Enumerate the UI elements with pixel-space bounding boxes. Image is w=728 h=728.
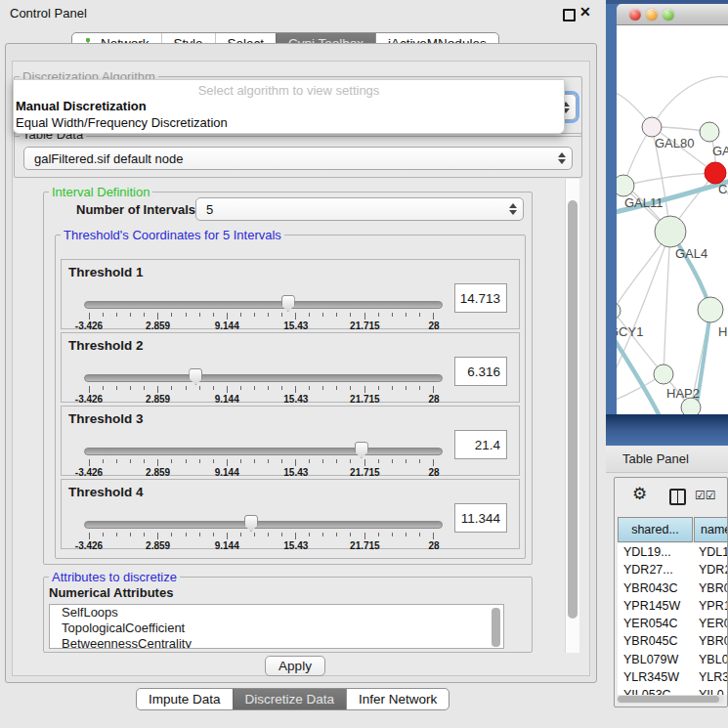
table-row[interactable]: YIL053CYIL0 (618, 686, 728, 695)
table-cell[interactable]: YBR0 (693, 581, 728, 595)
table-row[interactable]: YER054CYER0 (618, 615, 728, 632)
slider-thumb[interactable] (355, 442, 368, 458)
tab-impute-data[interactable]: Impute Data (137, 689, 233, 709)
slider-tick-label: 9.144 (215, 540, 239, 551)
slider-tick (227, 533, 228, 539)
table-row[interactable]: YLR345WYLR3 (618, 668, 728, 686)
slider-tick (336, 386, 337, 390)
table-row[interactable]: YBR043CYBR0 (618, 579, 728, 597)
slider-tick (419, 386, 420, 390)
table-cell[interactable]: YDL19... (618, 545, 693, 559)
table-data-combo[interactable]: galFiltered.sif default node (23, 147, 573, 170)
list-item[interactable]: SelfLoops (50, 605, 503, 621)
slider-thumb[interactable] (244, 515, 258, 532)
slider-thumb[interactable] (281, 295, 295, 312)
threshold-2-slider[interactable]: -3.4262.8599.14415.4321.71528 (84, 370, 441, 402)
gear-icon[interactable]: ⚙ (632, 484, 647, 503)
apply-button[interactable]: Apply (265, 656, 325, 676)
network-node[interactable] (698, 297, 723, 322)
table-cell[interactable]: YBL0 (693, 653, 728, 666)
slider-tick (406, 533, 407, 536)
table-cell[interactable]: YLR3 (693, 670, 728, 684)
scrollbar-vertical[interactable] (565, 179, 579, 653)
close-button[interactable] (629, 9, 641, 21)
network-node[interactable] (700, 122, 719, 142)
table-cell[interactable]: YDR2 (693, 563, 728, 577)
slider-tick (213, 313, 214, 317)
network-node-selected[interactable] (705, 162, 726, 184)
popup-option-manual[interactable]: Manual Discretization (16, 99, 147, 113)
stepper-icon (503, 203, 523, 215)
network-canvas[interactable]: GAL80 GA GAL11 C GAL4 GCY1 H HAP2 (617, 25, 728, 414)
close-icon[interactable]: ✕ (579, 4, 591, 20)
table-cell[interactable]: YBR0 (693, 634, 728, 648)
table-row[interactable]: YPR145WYPR1 (618, 597, 728, 615)
table-cell[interactable]: YPR145W (618, 599, 693, 613)
table-cell[interactable]: YER054C (618, 617, 693, 630)
slider-tick (378, 386, 379, 390)
slider-tick (89, 459, 90, 466)
table-row[interactable]: YBR045CYBR0 (618, 632, 728, 650)
float-icon[interactable] (563, 9, 576, 21)
column-header-shared[interactable]: shared... (618, 517, 693, 542)
thresholds-group-title: Threshold's Coordinates for 5 Intervals (61, 229, 284, 241)
slider-tick (433, 386, 434, 393)
table-cell[interactable]: YLR345W (618, 670, 693, 684)
threshold-1-value-field[interactable]: 14.713 (454, 283, 507, 313)
zoom-button[interactable] (663, 9, 674, 21)
table-row[interactable]: YBL079WYBL0 (618, 651, 728, 668)
column-header-name[interactable]: name (694, 517, 728, 542)
minimize-button[interactable] (646, 9, 658, 21)
split-column-icon[interactable] (669, 489, 686, 505)
number-of-intervals-label: Number of Intervals (76, 202, 195, 217)
checkbox-icons[interactable]: ☑☑ (695, 489, 716, 502)
threshold-1-slider[interactable]: -3.4262.8599.14415.4321.71528 (84, 297, 441, 328)
table-cell[interactable]: YPR1 (693, 599, 728, 613)
table-cell[interactable]: YBR045C (618, 634, 693, 648)
table-cell[interactable]: YDR27... (618, 563, 693, 577)
table-panel-container: ⚙ ☑☑ shared... name YDL19...YDL1YDR27...… (614, 477, 728, 707)
scrollbar-thumb[interactable] (568, 200, 578, 619)
table-row[interactable]: YDR27...YDR2 (618, 561, 728, 578)
table-cell[interactable]: YDL1 (693, 545, 728, 559)
slider-tick (419, 533, 420, 536)
list-item[interactable]: TopologicalCoefficient (50, 621, 503, 636)
slider-tick-label: 21.715 (350, 467, 380, 478)
number-of-intervals-value: 5 (196, 202, 503, 217)
table-cell[interactable]: YER0 (693, 617, 728, 630)
table-cell[interactable]: YIL0 (693, 688, 728, 695)
slider-tick (322, 386, 323, 390)
stepper-icon (552, 152, 572, 164)
attributes-group-title: Attributes to discretize (49, 571, 180, 583)
network-node[interactable] (617, 302, 621, 320)
network-node[interactable] (654, 364, 673, 384)
threshold-4-value-field[interactable]: 11.344 (454, 503, 507, 533)
tab-discretize-data[interactable]: Discretize Data (233, 689, 347, 709)
network-node[interactable] (617, 175, 634, 196)
network-node[interactable] (642, 117, 662, 137)
popup-option-equal-width[interactable]: Equal Width/Frequency Discretization (16, 115, 228, 130)
slider-tick (103, 313, 104, 317)
list-scrollbar-thumb[interactable] (492, 608, 500, 647)
threshold-3-value-field[interactable]: 21.4 (454, 430, 507, 459)
slider-thumb[interactable] (189, 368, 202, 385)
slider-tick (116, 459, 117, 463)
threshold-3-slider[interactable]: -3.4262.8599.14415.4321.71528 (84, 444, 441, 475)
network-node[interactable] (655, 216, 686, 247)
table-hscrollbar[interactable] (617, 695, 724, 704)
tab-infer-network[interactable]: Infer Network (346, 689, 449, 709)
table-cell[interactable]: YBR043C (618, 581, 693, 595)
slider-tick (364, 459, 365, 466)
numerical-attributes-list[interactable]: SelfLoops TopologicalCoefficient Between… (49, 604, 504, 649)
slider-tick (406, 313, 407, 317)
table-cell[interactable]: YBL079W (618, 653, 693, 666)
threshold-4-slider[interactable]: -3.4262.8599.14415.4321.71528 (84, 517, 441, 548)
table-cell[interactable]: YIL053C (618, 688, 693, 695)
table-row[interactable]: YDL19...YDL1 (618, 543, 728, 561)
number-of-intervals-combo[interactable]: 5 (195, 197, 524, 221)
slider-tick (199, 386, 200, 390)
threshold-2-value-field[interactable]: 6.316 (454, 357, 507, 386)
list-item[interactable]: BetweennessCentrality (50, 636, 503, 649)
table-hscrollbar-thumb[interactable] (618, 696, 719, 703)
network-window-titlebar[interactable] (617, 4, 728, 25)
